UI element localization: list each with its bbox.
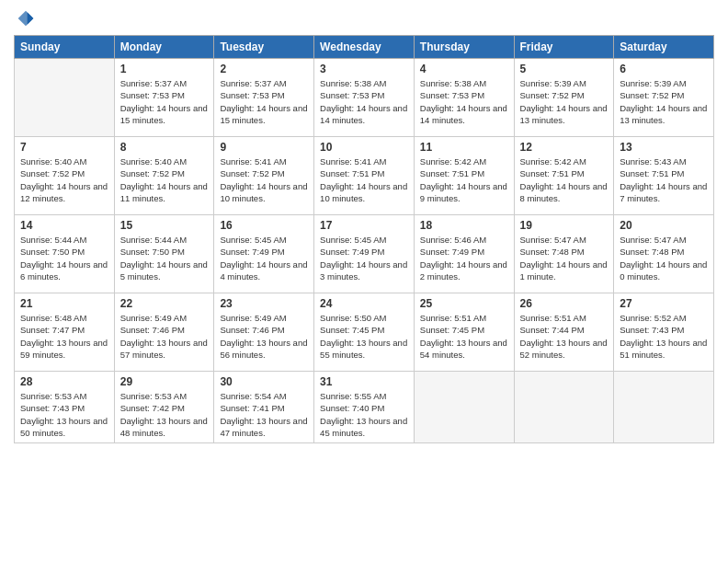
calendar-cell: 29Sunrise: 5:53 AM Sunset: 7:42 PM Dayli… bbox=[114, 372, 214, 443]
day-info: Sunrise: 5:40 AM Sunset: 7:52 PM Dayligh… bbox=[20, 155, 108, 204]
day-info: Sunrise: 5:45 AM Sunset: 7:49 PM Dayligh… bbox=[220, 234, 308, 282]
day-number: 28 bbox=[20, 375, 108, 388]
weekday-header-wednesday: Wednesday bbox=[314, 36, 415, 59]
calendar-cell: 6Sunrise: 5:39 AM Sunset: 7:52 PM Daylig… bbox=[614, 59, 714, 137]
day-number: 4 bbox=[420, 63, 508, 75]
weekday-header-tuesday: Tuesday bbox=[214, 36, 314, 59]
calendar-week-row: 21Sunrise: 5:48 AM Sunset: 7:47 PM Dayli… bbox=[15, 293, 714, 372]
day-info: Sunrise: 5:48 AM Sunset: 7:47 PM Dayligh… bbox=[20, 312, 108, 361]
day-number: 29 bbox=[120, 375, 209, 388]
calendar-cell: 10Sunrise: 5:41 AM Sunset: 7:51 PM Dayli… bbox=[314, 137, 415, 215]
calendar-cell: 7Sunrise: 5:40 AM Sunset: 7:52 PM Daylig… bbox=[15, 137, 115, 215]
calendar-week-row: 28Sunrise: 5:53 AM Sunset: 7:43 PM Dayli… bbox=[15, 372, 714, 443]
day-number: 15 bbox=[120, 219, 209, 232]
calendar-cell: 15Sunrise: 5:44 AM Sunset: 7:50 PM Dayli… bbox=[114, 215, 214, 293]
day-number: 31 bbox=[320, 375, 408, 388]
calendar-week-row: 1Sunrise: 5:37 AM Sunset: 7:53 PM Daylig… bbox=[15, 59, 714, 137]
calendar-cell: 16Sunrise: 5:45 AM Sunset: 7:49 PM Dayli… bbox=[214, 215, 314, 293]
calendar-cell: 26Sunrise: 5:51 AM Sunset: 7:44 PM Dayli… bbox=[514, 293, 614, 372]
calendar-cell: 9Sunrise: 5:41 AM Sunset: 7:52 PM Daylig… bbox=[214, 137, 314, 215]
day-info: Sunrise: 5:44 AM Sunset: 7:50 PM Dayligh… bbox=[20, 234, 108, 282]
day-info: Sunrise: 5:49 AM Sunset: 7:46 PM Dayligh… bbox=[120, 312, 209, 361]
day-info: Sunrise: 5:47 AM Sunset: 7:48 PM Dayligh… bbox=[520, 234, 609, 282]
calendar-cell: 11Sunrise: 5:42 AM Sunset: 7:51 PM Dayli… bbox=[414, 137, 514, 215]
day-number: 14 bbox=[20, 219, 108, 232]
day-info: Sunrise: 5:53 AM Sunset: 7:43 PM Dayligh… bbox=[20, 390, 108, 439]
day-number: 22 bbox=[120, 297, 209, 310]
calendar-cell: 12Sunrise: 5:42 AM Sunset: 7:51 PM Dayli… bbox=[514, 137, 614, 215]
day-info: Sunrise: 5:54 AM Sunset: 7:41 PM Dayligh… bbox=[220, 390, 308, 439]
day-info: Sunrise: 5:39 AM Sunset: 7:52 PM Dayligh… bbox=[620, 77, 708, 126]
calendar-cell: 5Sunrise: 5:39 AM Sunset: 7:52 PM Daylig… bbox=[514, 59, 614, 137]
day-info: Sunrise: 5:37 AM Sunset: 7:53 PM Dayligh… bbox=[120, 77, 209, 126]
calendar-cell: 20Sunrise: 5:47 AM Sunset: 7:48 PM Dayli… bbox=[614, 215, 714, 293]
calendar-cell: 18Sunrise: 5:46 AM Sunset: 7:49 PM Dayli… bbox=[414, 215, 514, 293]
calendar-cell: 25Sunrise: 5:51 AM Sunset: 7:45 PM Dayli… bbox=[414, 293, 514, 372]
calendar-cell: 3Sunrise: 5:38 AM Sunset: 7:53 PM Daylig… bbox=[314, 59, 415, 137]
weekday-header-friday: Friday bbox=[514, 36, 614, 59]
calendar-cell: 14Sunrise: 5:44 AM Sunset: 7:50 PM Dayli… bbox=[15, 215, 115, 293]
day-info: Sunrise: 5:41 AM Sunset: 7:51 PM Dayligh… bbox=[320, 155, 408, 204]
day-number: 17 bbox=[320, 219, 408, 232]
day-info: Sunrise: 5:45 AM Sunset: 7:49 PM Dayligh… bbox=[320, 234, 408, 282]
calendar-cell bbox=[414, 372, 514, 443]
day-number: 19 bbox=[520, 219, 609, 232]
day-number: 12 bbox=[520, 141, 609, 154]
day-info: Sunrise: 5:51 AM Sunset: 7:44 PM Dayligh… bbox=[520, 312, 609, 361]
day-number: 5 bbox=[520, 63, 609, 75]
day-number: 26 bbox=[520, 297, 609, 310]
weekday-header-thursday: Thursday bbox=[414, 36, 514, 59]
day-info: Sunrise: 5:52 AM Sunset: 7:43 PM Dayligh… bbox=[620, 312, 708, 361]
logo bbox=[14, 9, 35, 28]
day-info: Sunrise: 5:49 AM Sunset: 7:46 PM Dayligh… bbox=[220, 312, 308, 361]
logo-icon bbox=[17, 9, 35, 28]
weekday-header-sunday: Sunday bbox=[15, 36, 115, 59]
calendar-cell: 22Sunrise: 5:49 AM Sunset: 7:46 PM Dayli… bbox=[114, 293, 214, 372]
calendar-cell bbox=[514, 372, 614, 443]
day-info: Sunrise: 5:42 AM Sunset: 7:51 PM Dayligh… bbox=[520, 155, 609, 204]
day-number: 20 bbox=[620, 219, 708, 232]
weekday-header-monday: Monday bbox=[114, 36, 214, 59]
calendar-cell: 2Sunrise: 5:37 AM Sunset: 7:53 PM Daylig… bbox=[214, 59, 314, 137]
calendar-cell: 1Sunrise: 5:37 AM Sunset: 7:53 PM Daylig… bbox=[114, 59, 214, 137]
day-number: 27 bbox=[620, 297, 708, 310]
day-info: Sunrise: 5:47 AM Sunset: 7:48 PM Dayligh… bbox=[620, 234, 708, 282]
calendar-cell: 24Sunrise: 5:50 AM Sunset: 7:45 PM Dayli… bbox=[314, 293, 415, 372]
day-number: 13 bbox=[620, 141, 708, 154]
day-number: 1 bbox=[120, 63, 209, 75]
calendar-cell: 17Sunrise: 5:45 AM Sunset: 7:49 PM Dayli… bbox=[314, 215, 415, 293]
calendar-cell: 8Sunrise: 5:40 AM Sunset: 7:52 PM Daylig… bbox=[114, 137, 214, 215]
day-info: Sunrise: 5:37 AM Sunset: 7:53 PM Dayligh… bbox=[220, 77, 308, 126]
calendar-cell: 30Sunrise: 5:54 AM Sunset: 7:41 PM Dayli… bbox=[214, 372, 314, 443]
day-info: Sunrise: 5:43 AM Sunset: 7:51 PM Dayligh… bbox=[620, 155, 708, 204]
calendar-week-row: 14Sunrise: 5:44 AM Sunset: 7:50 PM Dayli… bbox=[15, 215, 714, 293]
day-number: 3 bbox=[320, 63, 408, 75]
day-number: 6 bbox=[620, 63, 708, 75]
calendar-header-row: SundayMondayTuesdayWednesdayThursdayFrid… bbox=[15, 36, 714, 59]
day-info: Sunrise: 5:41 AM Sunset: 7:52 PM Dayligh… bbox=[220, 155, 308, 204]
day-info: Sunrise: 5:46 AM Sunset: 7:49 PM Dayligh… bbox=[420, 234, 508, 282]
day-info: Sunrise: 5:38 AM Sunset: 7:53 PM Dayligh… bbox=[320, 77, 408, 126]
calendar-cell: 19Sunrise: 5:47 AM Sunset: 7:48 PM Dayli… bbox=[514, 215, 614, 293]
day-number: 16 bbox=[220, 219, 308, 232]
weekday-header-saturday: Saturday bbox=[614, 36, 714, 59]
day-info: Sunrise: 5:39 AM Sunset: 7:52 PM Dayligh… bbox=[520, 77, 609, 126]
day-number: 2 bbox=[220, 63, 308, 75]
day-number: 7 bbox=[20, 141, 108, 154]
day-number: 23 bbox=[220, 297, 308, 310]
day-info: Sunrise: 5:38 AM Sunset: 7:53 PM Dayligh… bbox=[420, 77, 508, 126]
day-number: 8 bbox=[120, 141, 209, 154]
day-info: Sunrise: 5:40 AM Sunset: 7:52 PM Dayligh… bbox=[120, 155, 209, 204]
calendar-page: SundayMondayTuesdayWednesdayThursdayFrid… bbox=[0, 0, 728, 563]
calendar-cell: 13Sunrise: 5:43 AM Sunset: 7:51 PM Dayli… bbox=[614, 137, 714, 215]
day-info: Sunrise: 5:42 AM Sunset: 7:51 PM Dayligh… bbox=[420, 155, 508, 204]
day-info: Sunrise: 5:53 AM Sunset: 7:42 PM Dayligh… bbox=[120, 390, 209, 439]
day-number: 21 bbox=[20, 297, 108, 310]
calendar-cell: 23Sunrise: 5:49 AM Sunset: 7:46 PM Dayli… bbox=[214, 293, 314, 372]
calendar-cell: 27Sunrise: 5:52 AM Sunset: 7:43 PM Dayli… bbox=[614, 293, 714, 372]
day-number: 10 bbox=[320, 141, 408, 154]
header bbox=[14, 9, 714, 28]
day-info: Sunrise: 5:50 AM Sunset: 7:45 PM Dayligh… bbox=[320, 312, 408, 361]
day-number: 30 bbox=[220, 375, 308, 388]
day-number: 9 bbox=[220, 141, 308, 154]
